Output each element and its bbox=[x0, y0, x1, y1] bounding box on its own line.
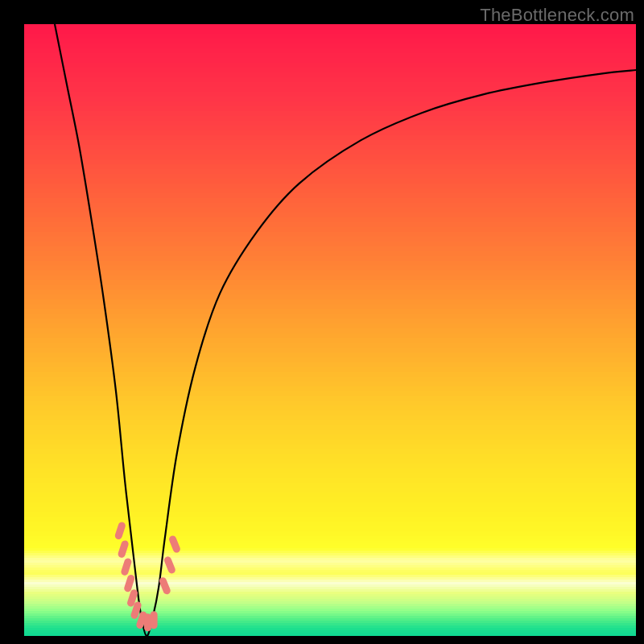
marker-dash bbox=[151, 611, 158, 629]
bottleneck-curve bbox=[55, 24, 636, 636]
marker-dash bbox=[168, 535, 182, 554]
marker-dash bbox=[114, 521, 126, 540]
watermark-text: TheBottleneck.com bbox=[480, 5, 634, 26]
marker-dash bbox=[159, 576, 172, 596]
marker-dash bbox=[117, 539, 129, 559]
marker-dash bbox=[120, 557, 132, 576]
data-markers bbox=[114, 521, 182, 631]
chart-svg bbox=[24, 24, 636, 636]
plot-area bbox=[24, 24, 636, 636]
marker-dash bbox=[163, 555, 177, 575]
chart-frame: TheBottleneck.com bbox=[0, 0, 644, 644]
